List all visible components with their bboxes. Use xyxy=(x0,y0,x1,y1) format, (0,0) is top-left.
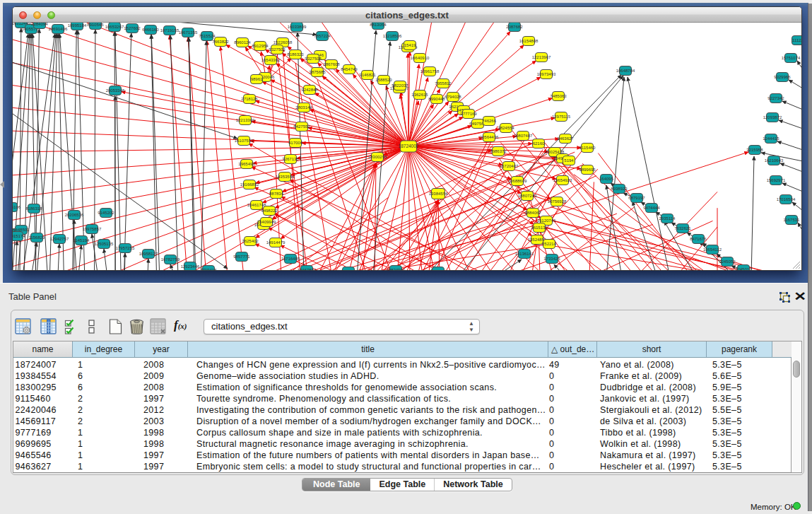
svg-text:16154808: 16154808 xyxy=(519,39,539,43)
svg-text:26206106: 26206106 xyxy=(13,205,21,209)
svg-text:10467894: 10467894 xyxy=(298,268,317,270)
svg-text:19384554: 19384554 xyxy=(429,192,448,196)
svg-text:3915174: 3915174 xyxy=(13,234,25,238)
svg-text:16543362: 16543362 xyxy=(261,58,281,62)
svg-text:1752222: 1752222 xyxy=(430,269,447,270)
svg-text:98961: 98961 xyxy=(251,77,263,81)
svg-text:10807487: 10807487 xyxy=(514,134,533,138)
svg-text:8186318: 8186318 xyxy=(25,206,42,211)
svg-text:62160: 62160 xyxy=(533,141,545,146)
svg-text:2867608: 2867608 xyxy=(323,62,340,66)
svg-text:2803144: 2803144 xyxy=(295,105,312,110)
svg-text:20206536: 20206536 xyxy=(65,213,84,217)
svg-text:18824991: 18824991 xyxy=(387,268,406,270)
svg-text:5194: 5194 xyxy=(564,158,574,163)
svg-text:18807249: 18807249 xyxy=(518,194,537,198)
svg-text:16640910: 16640910 xyxy=(411,56,430,60)
svg-text:14914479: 14914479 xyxy=(266,240,286,245)
svg-text:1167531: 1167531 xyxy=(784,218,801,222)
svg-text:9777169: 9777169 xyxy=(460,112,477,116)
svg-text:14136141: 14136141 xyxy=(515,252,534,256)
svg-text:15419: 15419 xyxy=(404,43,416,47)
svg-text:1733426: 1733426 xyxy=(543,257,560,261)
svg-text:9227342: 9227342 xyxy=(767,96,784,100)
svg-text:20691406: 20691406 xyxy=(49,27,68,31)
svg-text:20564436: 20564436 xyxy=(480,135,499,139)
svg-text:7719416: 7719416 xyxy=(200,268,217,270)
svg-text:9146821: 9146821 xyxy=(359,73,376,77)
svg-text:8910545: 8910545 xyxy=(87,23,104,27)
svg-text:8186323: 8186323 xyxy=(287,52,304,57)
svg-text:2935114: 2935114 xyxy=(659,216,676,221)
svg-text:2087682: 2087682 xyxy=(506,25,523,29)
svg-text:10973493: 10973493 xyxy=(537,72,556,76)
svg-text:10995184: 10995184 xyxy=(68,23,87,28)
svg-text:9899695: 9899695 xyxy=(579,168,596,172)
svg-text:17957255: 17957255 xyxy=(116,246,135,250)
svg-text:746266: 746266 xyxy=(482,119,497,123)
svg-text:3875685: 3875685 xyxy=(309,70,326,74)
svg-text:252214: 252214 xyxy=(542,242,557,246)
svg-text:10671355: 10671355 xyxy=(179,30,198,35)
svg-text:6879197: 6879197 xyxy=(628,196,645,200)
svg-text:9327508: 9327508 xyxy=(305,57,322,61)
svg-text:19975857: 19975857 xyxy=(83,227,102,231)
svg-text:10653267: 10653267 xyxy=(105,25,124,29)
svg-text:20053346: 20053346 xyxy=(106,88,125,93)
svg-text:7857224: 7857224 xyxy=(314,34,331,38)
svg-text:8813054: 8813054 xyxy=(370,23,387,27)
svg-text:7986372: 7986372 xyxy=(490,149,507,153)
svg-text:4498222: 4498222 xyxy=(261,209,278,213)
svg-text:8938923: 8938923 xyxy=(611,187,628,191)
svg-text:9463627: 9463627 xyxy=(557,136,574,141)
svg-text:15751074: 15751074 xyxy=(782,56,801,60)
svg-text:9145202: 9145202 xyxy=(98,211,114,215)
svg-text:8454749: 8454749 xyxy=(341,67,358,71)
svg-text:18724007: 18724007 xyxy=(399,144,419,148)
svg-text:12923446: 12923446 xyxy=(181,264,200,269)
svg-text:2718126: 2718126 xyxy=(241,97,258,101)
svg-text:7515524: 7515524 xyxy=(199,34,216,38)
svg-text:16409949: 16409949 xyxy=(257,220,276,224)
svg-text:13218506: 13218506 xyxy=(383,34,402,38)
svg-text:9242848: 9242848 xyxy=(301,88,318,92)
svg-text:9857771: 9857771 xyxy=(233,255,250,259)
svg-text:1615132: 1615132 xyxy=(531,226,548,230)
svg-text:1145194: 1145194 xyxy=(73,238,90,243)
svg-text:1332123: 1332123 xyxy=(340,269,357,270)
svg-text:12505135: 12505135 xyxy=(95,242,114,246)
svg-text:887834: 887834 xyxy=(269,192,284,196)
svg-text:7632621: 7632621 xyxy=(674,226,691,230)
svg-text:16120746: 16120746 xyxy=(537,218,556,223)
svg-text:164095: 164095 xyxy=(599,177,614,181)
svg-text:11122: 11122 xyxy=(792,38,801,42)
svg-text:9115460: 9115460 xyxy=(579,146,596,150)
svg-text:1965493: 1965493 xyxy=(238,162,255,166)
svg-text:16782759: 16782759 xyxy=(161,257,180,262)
svg-text:7625402: 7625402 xyxy=(242,239,259,243)
svg-text:1244415: 1244415 xyxy=(763,136,779,141)
svg-text:19166852: 19166852 xyxy=(240,182,259,187)
svg-text:2284094: 2284094 xyxy=(31,23,48,26)
svg-text:8427552: 8427552 xyxy=(293,124,310,129)
svg-text:9329966: 9329966 xyxy=(774,75,791,79)
svg-text:10719155: 10719155 xyxy=(160,28,180,33)
svg-text:6794028: 6794028 xyxy=(445,95,461,99)
svg-text:15720407: 15720407 xyxy=(500,164,519,168)
svg-text:12093872: 12093872 xyxy=(763,115,782,119)
svg-text:3215958: 3215958 xyxy=(746,148,763,152)
svg-text:10654112: 10654112 xyxy=(703,247,722,252)
svg-text:1527602: 1527602 xyxy=(124,26,141,30)
svg-text:1588520: 1588520 xyxy=(375,78,392,82)
svg-text:9245012: 9245012 xyxy=(735,267,752,270)
svg-text:10756928: 10756928 xyxy=(548,199,567,204)
svg-text:12942757: 12942757 xyxy=(50,237,69,241)
svg-text:6466160: 6466160 xyxy=(142,28,159,32)
svg-text:18300295: 18300295 xyxy=(368,155,387,159)
svg-text:9884067: 9884067 xyxy=(524,211,541,215)
svg-text:17016504: 17016504 xyxy=(777,197,796,201)
svg-text:7485063: 7485063 xyxy=(550,94,567,98)
svg-text:12975115: 12975115 xyxy=(552,115,571,119)
svg-text:14353594: 14353594 xyxy=(276,175,295,179)
svg-text:1362615: 1362615 xyxy=(411,93,428,97)
